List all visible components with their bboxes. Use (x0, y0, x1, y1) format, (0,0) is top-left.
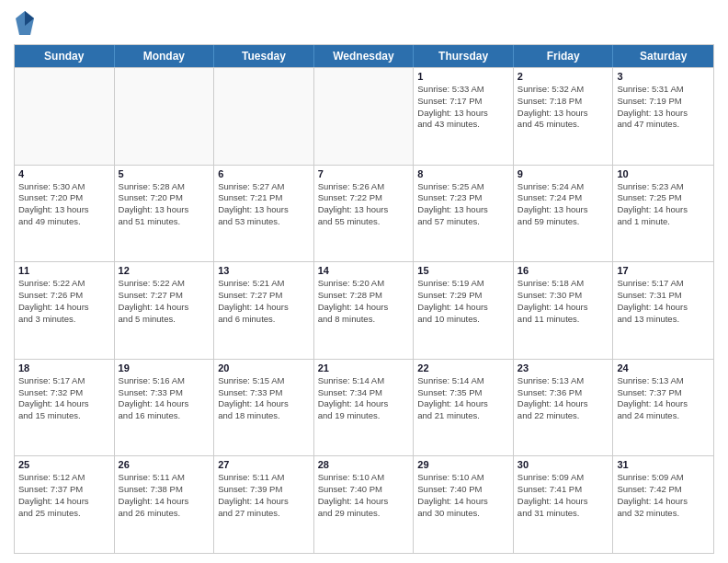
day-cell-3: 3Sunrise: 5:31 AM Sunset: 7:19 PM Daylig… (613, 68, 713, 165)
day-number: 7 (318, 168, 410, 179)
day-cell-29: 29Sunrise: 5:10 AM Sunset: 7:40 PM Dayli… (414, 456, 514, 553)
day-number: 1 (417, 71, 509, 82)
day-number: 9 (518, 168, 609, 179)
day-number: 14 (318, 265, 410, 276)
day-info: Sunrise: 5:23 AM Sunset: 7:25 PM Dayligh… (617, 181, 710, 228)
day-number: 28 (318, 459, 410, 470)
day-number: 10 (617, 168, 710, 179)
day-info: Sunrise: 5:22 AM Sunset: 7:26 PM Dayligh… (18, 278, 110, 325)
week-row-5: 25Sunrise: 5:12 AM Sunset: 7:37 PM Dayli… (15, 455, 713, 553)
day-number: 26 (119, 459, 210, 470)
day-cell-empty (314, 68, 415, 165)
day-info: Sunrise: 5:13 AM Sunset: 7:37 PM Dayligh… (617, 375, 710, 422)
day-number: 15 (417, 265, 509, 276)
day-cell-26: 26Sunrise: 5:11 AM Sunset: 7:38 PM Dayli… (115, 456, 215, 553)
day-number: 21 (318, 362, 410, 373)
day-number: 18 (18, 362, 110, 373)
day-number: 27 (218, 459, 310, 470)
day-number: 12 (119, 265, 210, 276)
day-number: 11 (18, 265, 110, 276)
day-info: Sunrise: 5:13 AM Sunset: 7:36 PM Dayligh… (518, 375, 609, 422)
day-info: Sunrise: 5:09 AM Sunset: 7:42 PM Dayligh… (617, 472, 710, 519)
day-cell-30: 30Sunrise: 5:09 AM Sunset: 7:41 PM Dayli… (514, 456, 614, 553)
day-cell-23: 23Sunrise: 5:13 AM Sunset: 7:36 PM Dayli… (514, 360, 614, 456)
logo-icon (14, 9, 36, 37)
week-row-4: 18Sunrise: 5:17 AM Sunset: 7:32 PM Dayli… (15, 359, 713, 456)
day-headers: SundayMondayTuesdayWednesdayThursdayFrid… (15, 45, 713, 67)
day-number: 6 (218, 168, 310, 179)
day-cell-2: 2Sunrise: 5:32 AM Sunset: 7:18 PM Daylig… (514, 68, 614, 165)
day-info: Sunrise: 5:32 AM Sunset: 7:18 PM Dayligh… (518, 84, 609, 131)
day-number: 25 (18, 459, 110, 470)
day-cell-27: 27Sunrise: 5:11 AM Sunset: 7:39 PM Dayli… (214, 456, 314, 553)
day-info: Sunrise: 5:21 AM Sunset: 7:27 PM Dayligh… (218, 278, 310, 325)
header (14, 9, 714, 37)
day-cell-21: 21Sunrise: 5:14 AM Sunset: 7:34 PM Dayli… (314, 360, 415, 456)
day-cell-13: 13Sunrise: 5:21 AM Sunset: 7:27 PM Dayli… (214, 262, 314, 359)
day-cell-17: 17Sunrise: 5:17 AM Sunset: 7:31 PM Dayli… (613, 262, 713, 359)
day-info: Sunrise: 5:18 AM Sunset: 7:30 PM Dayligh… (518, 278, 609, 325)
day-cell-18: 18Sunrise: 5:17 AM Sunset: 7:32 PM Dayli… (15, 360, 115, 456)
day-info: Sunrise: 5:20 AM Sunset: 7:28 PM Dayligh… (318, 278, 410, 325)
day-cell-24: 24Sunrise: 5:13 AM Sunset: 7:37 PM Dayli… (613, 360, 713, 456)
day-info: Sunrise: 5:27 AM Sunset: 7:21 PM Dayligh… (218, 181, 310, 228)
day-header-monday: Monday (115, 45, 215, 67)
day-cell-15: 15Sunrise: 5:19 AM Sunset: 7:29 PM Dayli… (414, 262, 514, 359)
day-number: 19 (119, 362, 210, 373)
day-cell-4: 4Sunrise: 5:30 AM Sunset: 7:20 PM Daylig… (15, 166, 115, 262)
day-cell-20: 20Sunrise: 5:15 AM Sunset: 7:33 PM Dayli… (214, 360, 314, 456)
day-cell-8: 8Sunrise: 5:25 AM Sunset: 7:23 PM Daylig… (414, 166, 514, 262)
day-number: 2 (518, 71, 609, 82)
page: SundayMondayTuesdayWednesdayThursdayFrid… (0, 0, 728, 563)
day-cell-19: 19Sunrise: 5:16 AM Sunset: 7:33 PM Dayli… (115, 360, 215, 456)
day-cell-empty (15, 68, 115, 165)
day-info: Sunrise: 5:14 AM Sunset: 7:35 PM Dayligh… (417, 375, 509, 422)
day-info: Sunrise: 5:31 AM Sunset: 7:19 PM Dayligh… (617, 84, 710, 131)
day-info: Sunrise: 5:11 AM Sunset: 7:39 PM Dayligh… (218, 472, 310, 519)
day-info: Sunrise: 5:28 AM Sunset: 7:20 PM Dayligh… (119, 181, 210, 228)
day-header-sunday: Sunday (15, 45, 115, 67)
day-info: Sunrise: 5:10 AM Sunset: 7:40 PM Dayligh… (417, 472, 509, 519)
day-cell-6: 6Sunrise: 5:27 AM Sunset: 7:21 PM Daylig… (214, 166, 314, 262)
day-cell-empty (115, 68, 215, 165)
day-info: Sunrise: 5:10 AM Sunset: 7:40 PM Dayligh… (318, 472, 410, 519)
day-info: Sunrise: 5:26 AM Sunset: 7:22 PM Dayligh… (318, 181, 410, 228)
day-info: Sunrise: 5:30 AM Sunset: 7:20 PM Dayligh… (18, 181, 110, 228)
logo (14, 9, 40, 37)
day-info: Sunrise: 5:09 AM Sunset: 7:41 PM Dayligh… (518, 472, 609, 519)
day-number: 13 (218, 265, 310, 276)
day-info: Sunrise: 5:17 AM Sunset: 7:32 PM Dayligh… (18, 375, 110, 422)
day-cell-empty (214, 68, 314, 165)
day-info: Sunrise: 5:24 AM Sunset: 7:24 PM Dayligh… (518, 181, 609, 228)
week-row-3: 11Sunrise: 5:22 AM Sunset: 7:26 PM Dayli… (15, 261, 713, 359)
day-cell-22: 22Sunrise: 5:14 AM Sunset: 7:35 PM Dayli… (414, 360, 514, 456)
day-number: 29 (417, 459, 509, 470)
day-cell-11: 11Sunrise: 5:22 AM Sunset: 7:26 PM Dayli… (15, 262, 115, 359)
day-info: Sunrise: 5:16 AM Sunset: 7:33 PM Dayligh… (119, 375, 210, 422)
day-cell-5: 5Sunrise: 5:28 AM Sunset: 7:20 PM Daylig… (115, 166, 215, 262)
day-info: Sunrise: 5:12 AM Sunset: 7:37 PM Dayligh… (18, 472, 110, 519)
week-row-2: 4Sunrise: 5:30 AM Sunset: 7:20 PM Daylig… (15, 165, 713, 262)
day-cell-10: 10Sunrise: 5:23 AM Sunset: 7:25 PM Dayli… (613, 166, 713, 262)
day-header-wednesday: Wednesday (314, 45, 415, 67)
day-number: 5 (119, 168, 210, 179)
calendar-body: 1Sunrise: 5:33 AM Sunset: 7:17 PM Daylig… (15, 67, 713, 553)
day-info: Sunrise: 5:14 AM Sunset: 7:34 PM Dayligh… (318, 375, 410, 422)
day-header-friday: Friday (514, 45, 614, 67)
day-cell-12: 12Sunrise: 5:22 AM Sunset: 7:27 PM Dayli… (115, 262, 215, 359)
day-info: Sunrise: 5:11 AM Sunset: 7:38 PM Dayligh… (119, 472, 210, 519)
day-info: Sunrise: 5:17 AM Sunset: 7:31 PM Dayligh… (617, 278, 710, 325)
day-info: Sunrise: 5:33 AM Sunset: 7:17 PM Dayligh… (417, 84, 509, 131)
day-cell-9: 9Sunrise: 5:24 AM Sunset: 7:24 PM Daylig… (514, 166, 614, 262)
day-header-thursday: Thursday (414, 45, 514, 67)
day-number: 30 (518, 459, 609, 470)
day-number: 23 (518, 362, 609, 373)
day-cell-1: 1Sunrise: 5:33 AM Sunset: 7:17 PM Daylig… (414, 68, 514, 165)
day-cell-25: 25Sunrise: 5:12 AM Sunset: 7:37 PM Dayli… (15, 456, 115, 553)
day-number: 4 (18, 168, 110, 179)
day-number: 3 (617, 71, 710, 82)
day-cell-7: 7Sunrise: 5:26 AM Sunset: 7:22 PM Daylig… (314, 166, 415, 262)
day-info: Sunrise: 5:15 AM Sunset: 7:33 PM Dayligh… (218, 375, 310, 422)
day-cell-31: 31Sunrise: 5:09 AM Sunset: 7:42 PM Dayli… (613, 456, 713, 553)
week-row-1: 1Sunrise: 5:33 AM Sunset: 7:17 PM Daylig… (15, 67, 713, 165)
